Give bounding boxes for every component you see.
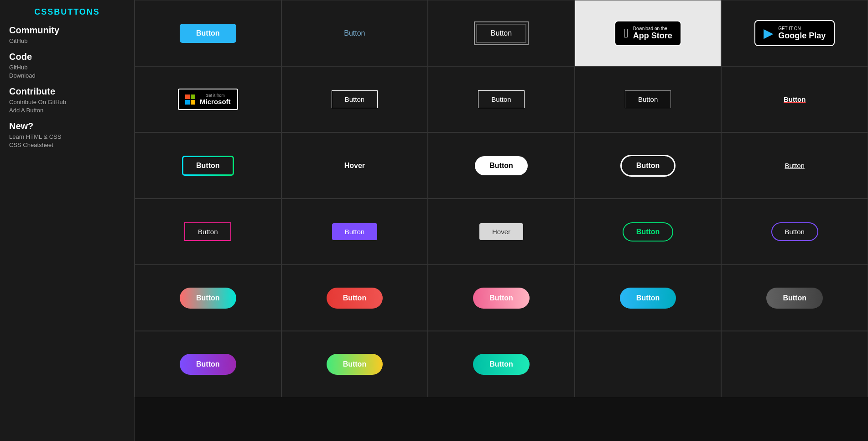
appstore-big-text: App Store <box>633 31 672 41</box>
ms-blue <box>185 100 190 105</box>
pill-border-button[interactable]: Button <box>620 155 676 177</box>
cell-r6-c5 <box>721 331 868 397</box>
grad-gray-button[interactable]: Button <box>766 288 823 309</box>
sidebar-contribute-github[interactable]: Contribute On GitHub <box>9 99 125 105</box>
microsoft-small-text: Get it from <box>200 93 231 98</box>
sidebar-section-code: Code GitHub Download <box>9 52 125 79</box>
cell-r3-c3: Button <box>428 132 575 199</box>
grad-pink-light-button[interactable]: Button <box>473 288 530 309</box>
cell-r1-c2: Button <box>281 0 428 66</box>
cell-r4-c4: Button <box>575 199 722 265</box>
cell-r3-c1: Button <box>135 132 281 199</box>
gradient-border-button[interactable]: Button <box>182 156 234 176</box>
sidebar-code-github[interactable]: GitHub <box>9 64 125 71</box>
purple-border-pill-button[interactable]: Button <box>771 222 818 241</box>
hover-bold-button[interactable]: Hover <box>344 162 365 170</box>
hover-light-button[interactable]: Hover <box>479 223 523 240</box>
underline-button[interactable]: Button <box>784 95 806 103</box>
sidebar-community-github[interactable]: GitHub <box>9 37 125 44</box>
appstore-small-text: Download on the <box>633 26 672 31</box>
cell-r5-c2: Button <box>281 265 428 331</box>
cell-r3-c4: Button <box>575 132 722 199</box>
cell-r5-c5: Button <box>721 265 868 331</box>
googleplay-button[interactable]: ▶ GET IT ON Google Play <box>754 20 835 46</box>
code-title: Code <box>9 52 125 62</box>
grad-green-yellow-button[interactable]: Button <box>327 354 383 375</box>
grad-red-button[interactable]: Button <box>327 288 383 309</box>
googleplay-text: GET IT ON Google Play <box>778 26 826 41</box>
button-grid: Button Button Button  Download on the A… <box>135 0 868 441</box>
underline-simple-button[interactable]: Button <box>785 162 805 169</box>
double-border-button[interactable]: Button <box>476 24 526 43</box>
googleplay-small-text: GET IT ON <box>778 26 826 31</box>
cell-r3-c5: Button <box>721 132 868 199</box>
cell-r1-c4:  Download on the App Store <box>575 0 722 66</box>
appstore-text: Download on the App Store <box>633 26 672 41</box>
grad-blue-button[interactable]: Button <box>620 288 676 309</box>
googleplay-big-text: Google Play <box>778 31 826 41</box>
sidebar-add-button[interactable]: Add A Button <box>9 107 125 114</box>
sidebar-logo: CSSBUTTONS <box>9 7 125 17</box>
cell-r2-c2: Button <box>281 66 428 132</box>
microsoft-big-text: Microsoft <box>200 98 231 105</box>
cell-r2-c4: Button <box>575 66 722 132</box>
cell-r2-c3: Button <box>428 66 575 132</box>
contribute-title: Contribute <box>9 86 125 97</box>
purple-fill-button[interactable]: Button <box>332 223 377 240</box>
microsoft-text: Get it from Microsoft <box>200 93 231 105</box>
appstore-button[interactable]:  Download on the App Store <box>614 21 681 46</box>
apple-icon:  <box>624 27 628 40</box>
cell-r4-c5: Button <box>721 199 868 265</box>
cell-r6-c3: Button <box>428 331 575 397</box>
simple-border-dark-button[interactable]: Button <box>625 90 671 108</box>
community-title: Community <box>9 25 125 36</box>
green-border-pill-button[interactable]: Button <box>623 222 674 242</box>
sidebar-css-cheatsheet[interactable]: CSS Cheatsheet <box>9 142 125 148</box>
pill-white-button[interactable]: Button <box>475 156 528 175</box>
simple-border-button-1[interactable]: Button <box>332 90 378 108</box>
cell-r4-c3: Hover <box>428 199 575 265</box>
blue-button[interactable]: Button <box>180 24 236 43</box>
sidebar-section-contribute: Contribute Contribute On GitHub Add A Bu… <box>9 86 125 114</box>
cell-r1-c3: Button <box>428 0 575 66</box>
cell-r6-c1: Button <box>135 331 281 397</box>
grad-purple-button[interactable]: Button <box>180 354 236 375</box>
pink-border-button[interactable]: Button <box>184 222 231 241</box>
cell-r1-c5: ▶ GET IT ON Google Play <box>721 0 868 66</box>
play-icon: ▶ <box>764 26 774 41</box>
microsoft-logo <box>185 94 195 105</box>
microsoft-button[interactable]: Get it from Microsoft <box>178 89 238 110</box>
new-title: New? <box>9 121 125 131</box>
grad-pink-teal-button[interactable]: Button <box>180 288 236 309</box>
cell-r1-c1: Button <box>135 0 281 66</box>
cell-r5-c3: Button <box>428 265 575 331</box>
cell-r2-c1: Get it from Microsoft <box>135 66 281 132</box>
sidebar-code-download[interactable]: Download <box>9 72 125 79</box>
cell-r3-c2: Hover <box>281 132 428 199</box>
sidebar-section-new: New? Learn HTML & CSS CSS Cheatsheet <box>9 121 125 148</box>
cell-r5-c1: Button <box>135 265 281 331</box>
ghost-text-button[interactable]: Button <box>344 29 365 37</box>
cell-r4-c2: Button <box>281 199 428 265</box>
ms-red <box>185 94 190 99</box>
sidebar-section-community: Community GitHub <box>9 25 125 44</box>
sidebar-learn-html[interactable]: Learn HTML & CSS <box>9 133 125 140</box>
cell-r2-c5: Button <box>721 66 868 132</box>
cell-r4-c1: Button <box>135 199 281 265</box>
sidebar: CSSBUTTONS Community GitHub Code GitHub … <box>0 0 135 441</box>
cell-r6-c2: Button <box>281 331 428 397</box>
cell-r5-c4: Button <box>575 265 722 331</box>
grad-teal-button[interactable]: Button <box>473 354 530 375</box>
ms-green <box>191 94 195 99</box>
ms-yellow <box>191 100 195 105</box>
simple-border-button-2[interactable]: Button <box>478 90 524 108</box>
cell-r6-c4 <box>575 331 722 397</box>
